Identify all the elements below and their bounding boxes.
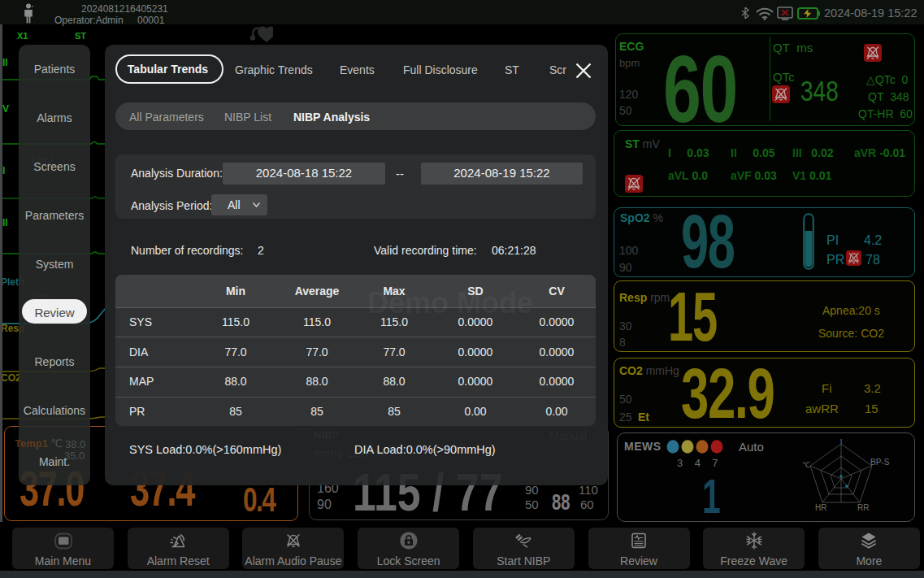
- svg-text:RR: RR: [857, 503, 869, 512]
- svg-text:BP-S: BP-S: [870, 458, 890, 467]
- svg-text:℃: ℃: [802, 461, 810, 469]
- svg-text:HR: HR: [815, 503, 826, 512]
- svg-text:T: T: [839, 439, 844, 445]
